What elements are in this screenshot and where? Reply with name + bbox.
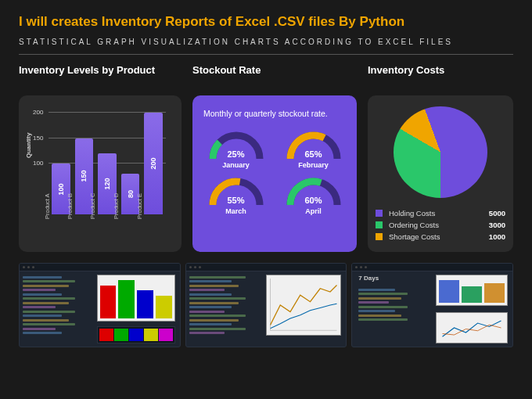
legend-swatch bbox=[376, 210, 383, 217]
gauge-label: January bbox=[200, 161, 271, 169]
gauge-label: February bbox=[278, 161, 349, 169]
legend-name: Ordering Costs bbox=[389, 221, 489, 229]
y-axis-label: Quantity bbox=[25, 133, 32, 158]
chart-title: Inventory Costs bbox=[368, 64, 513, 89]
x-tick: Product E bbox=[136, 193, 143, 219]
chart-title: Inventory Levels by Product bbox=[19, 64, 182, 89]
bar: 200Product E bbox=[144, 113, 163, 214]
bar-value: 120 bbox=[103, 178, 111, 190]
y-tick: 150 bbox=[33, 135, 43, 142]
gauge-value: 55% bbox=[206, 196, 267, 205]
ide-screenshot bbox=[185, 263, 347, 347]
mini-line-chart bbox=[436, 312, 508, 343]
gauge-item: 60%April bbox=[278, 174, 349, 215]
legend-swatch bbox=[376, 233, 383, 240]
bar-value: 100 bbox=[57, 183, 65, 195]
gauge-item: 25%January bbox=[200, 128, 271, 169]
x-tick: Product A bbox=[44, 193, 51, 219]
col-inventory-levels: Inventory Levels by Product Quantity 100… bbox=[19, 64, 182, 252]
x-tick: Product B bbox=[66, 193, 74, 219]
x-tick: Product C bbox=[89, 193, 96, 219]
page-headline: I will creates Inventory Reports of Exce… bbox=[19, 14, 513, 30]
y-tick: 100 bbox=[33, 160, 43, 167]
ide-screenshot: 7 Days bbox=[351, 263, 513, 347]
legend-swatch bbox=[376, 221, 383, 228]
mini-title: 7 Days bbox=[358, 275, 379, 282]
legend-name: Holding Costs bbox=[389, 209, 489, 217]
legend-value: 5000 bbox=[489, 209, 505, 217]
col-stockout-rate: Stockout Rate Monthly or quarterly stock… bbox=[192, 64, 357, 252]
y-tick: 200 bbox=[33, 109, 43, 116]
divider bbox=[19, 54, 513, 55]
mini-bar-chart bbox=[97, 275, 175, 322]
gauge-item: 65%February bbox=[278, 128, 349, 169]
gauge-label: April bbox=[278, 207, 349, 215]
bar-chart-panel: Quantity 100150200100Product A150Product… bbox=[19, 95, 182, 252]
legend-row: Shortage Costs1000 bbox=[376, 232, 505, 241]
gauge-value: 25% bbox=[206, 149, 267, 159]
mini-line-chart bbox=[266, 275, 341, 336]
gauge-value: 60% bbox=[283, 196, 344, 205]
legend-row: Holding Costs5000 bbox=[376, 209, 505, 217]
x-tick: Product D bbox=[113, 193, 120, 219]
legend-name: Shortage Costs bbox=[389, 232, 489, 241]
mini-palette bbox=[97, 326, 175, 343]
pie-chart bbox=[394, 106, 487, 198]
page-subhead: STATISTICAL GRAPH VISUALIZATION CHARTS A… bbox=[19, 38, 513, 46]
pie-panel: Holding Costs5000Ordering Costs3000Short… bbox=[368, 95, 513, 252]
legend-value: 3000 bbox=[489, 221, 505, 229]
bar-value: 80 bbox=[127, 190, 135, 198]
charts-row: Inventory Levels by Product Quantity 100… bbox=[19, 64, 513, 252]
chart-title: Stockout Rate bbox=[192, 64, 357, 89]
gauge-panel: Monthly or quarterly stockout rate. 25%J… bbox=[192, 95, 357, 252]
mini-bar-chart bbox=[436, 275, 508, 306]
pie-legend: Holding Costs5000Ordering Costs3000Short… bbox=[376, 206, 505, 244]
gauge-subtitle: Monthly or quarterly stockout rate. bbox=[203, 108, 346, 120]
legend-row: Ordering Costs3000 bbox=[376, 221, 505, 229]
bar-value: 200 bbox=[149, 158, 157, 170]
bar-value: 150 bbox=[80, 171, 88, 182]
ide-screenshot bbox=[19, 263, 181, 347]
gauge-label: March bbox=[200, 207, 271, 215]
legend-value: 1000 bbox=[489, 232, 505, 241]
screenshots-strip: 7 Days bbox=[19, 263, 513, 347]
col-inventory-costs: Inventory Costs Holding Costs5000Orderin… bbox=[368, 64, 513, 252]
gauge-value: 65% bbox=[283, 149, 344, 159]
gauge-item: 55%March bbox=[200, 174, 271, 215]
